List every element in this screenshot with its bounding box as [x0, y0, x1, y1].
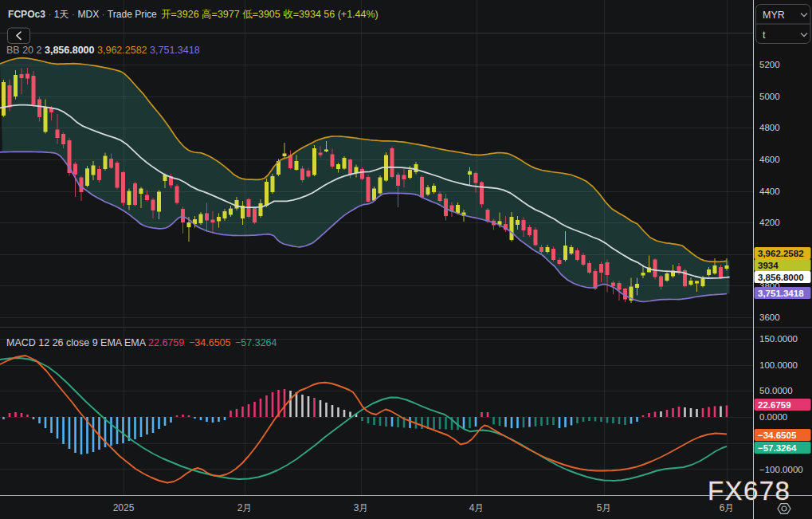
svg-text:4400: 4400 [759, 187, 780, 196]
svg-text:5200: 5200 [759, 60, 780, 69]
svg-text:22.6759: 22.6759 [148, 337, 184, 348]
svg-text:−57.3264: −57.3264 [235, 337, 277, 348]
svg-text:22.6759: 22.6759 [758, 400, 791, 410]
svg-text:−34.6505: −34.6505 [189, 337, 231, 348]
svg-text:4200: 4200 [759, 218, 780, 227]
svg-text:0.0000: 0.0000 [759, 412, 787, 422]
svg-text:MACD 12 26 close 9 EMA EMA: MACD 12 26 close 9 EMA EMA [6, 337, 147, 348]
svg-text:3934: 3934 [758, 261, 779, 270]
svg-text:4800: 4800 [759, 123, 780, 132]
svg-text:FX678: FX678 [708, 476, 790, 505]
svg-text:5月: 5月 [597, 502, 612, 513]
svg-text:3,962.2582: 3,962.2582 [758, 249, 804, 258]
svg-text:开=3926 高=3977 低=3905 收=3934: 开=3926 高=3977 低=3905 收=3934 56 (+1.44%) [161, 9, 379, 20]
svg-text:3,856.8000: 3,856.8000 [758, 273, 804, 282]
svg-text:4600: 4600 [759, 155, 780, 164]
svg-text:150.0000: 150.0000 [759, 334, 798, 344]
svg-text:−34.6505: −34.6505 [758, 431, 797, 440]
svg-text:2025: 2025 [113, 502, 135, 513]
svg-text:FCPOc3 · 1天 · MDX · Trade Pric: FCPOc3 · 1天 · MDX · Trade Price [8, 9, 157, 20]
svg-text:2月: 2月 [237, 502, 253, 513]
svg-text:4月: 4月 [469, 502, 484, 513]
svg-text:100.0000: 100.0000 [759, 360, 798, 370]
svg-text:5000: 5000 [759, 92, 780, 101]
svg-text:BB 20 2 3,856.8000 3,962.2582: BB 20 2 3,856.8000 3,962.2582 3,751.3418 [6, 45, 200, 56]
svg-text:−57.3264: −57.3264 [758, 443, 797, 453]
svg-text:3月: 3月 [354, 502, 369, 513]
svg-text:50.0000: 50.0000 [759, 386, 793, 395]
svg-text:3600: 3600 [759, 313, 780, 322]
svg-text:3,751.3418: 3,751.3418 [758, 289, 804, 298]
svg-text:−100.0000: −100.0000 [759, 465, 803, 474]
svg-text:t: t [763, 29, 766, 41]
svg-text:MYR: MYR [763, 10, 785, 21]
